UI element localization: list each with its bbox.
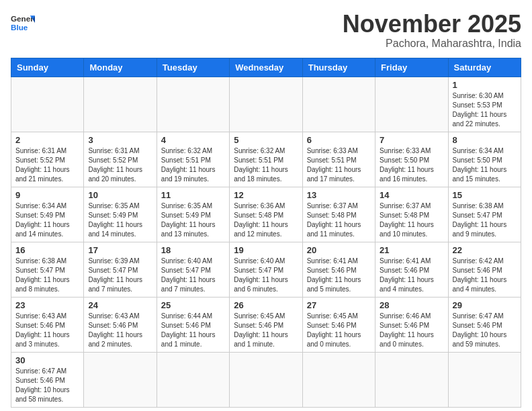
calendar-cell — [302, 77, 375, 132]
day-number: 11 — [161, 190, 225, 200]
title-block: November 2025 Pachora, Maharashtra, Indi… — [343, 11, 521, 50]
day-number: 8 — [453, 135, 517, 145]
calendar-cell — [375, 77, 448, 132]
weekday-row: SundayMondayTuesdayWednesdayThursdayFrid… — [11, 58, 521, 77]
day-number: 7 — [380, 135, 443, 145]
day-info: Sunrise: 6:33 AM Sunset: 5:50 PM Dayligh… — [380, 146, 443, 184]
weekday-header: Wednesday — [230, 58, 302, 77]
day-number: 3 — [88, 135, 152, 145]
calendar-cell: 11Sunrise: 6:35 AM Sunset: 5:49 PM Dayli… — [157, 187, 229, 242]
day-info: Sunrise: 6:32 AM Sunset: 5:51 PM Dayligh… — [161, 146, 225, 184]
weekday-header: Monday — [84, 58, 157, 77]
day-info: Sunrise: 6:47 AM Sunset: 5:46 PM Dayligh… — [15, 367, 79, 404]
month-title: November 2025 — [343, 11, 521, 38]
day-info: Sunrise: 6:45 AM Sunset: 5:46 PM Dayligh… — [307, 312, 371, 349]
day-number: 26 — [234, 300, 298, 310]
calendar-cell: 3Sunrise: 6:31 AM Sunset: 5:52 PM Daylig… — [84, 132, 157, 187]
day-number: 5 — [234, 135, 298, 145]
location: Pachora, Maharashtra, India — [343, 38, 521, 50]
calendar-cell: 9Sunrise: 6:34 AM Sunset: 5:49 PM Daylig… — [11, 187, 84, 242]
day-number: 17 — [88, 245, 152, 255]
weekday-header: Sunday — [11, 58, 84, 77]
day-number: 2 — [15, 135, 79, 145]
day-info: Sunrise: 6:42 AM Sunset: 5:46 PM Dayligh… — [453, 257, 517, 294]
day-number: 21 — [380, 245, 443, 255]
day-number: 4 — [161, 135, 225, 145]
day-number: 30 — [15, 355, 79, 365]
calendar-cell — [448, 352, 521, 407]
day-number: 15 — [453, 190, 517, 200]
calendar-cell: 26Sunrise: 6:45 AM Sunset: 5:46 PM Dayli… — [230, 297, 302, 352]
day-info: Sunrise: 6:35 AM Sunset: 5:49 PM Dayligh… — [88, 201, 152, 239]
calendar-cell: 24Sunrise: 6:43 AM Sunset: 5:46 PM Dayli… — [84, 297, 157, 352]
weekday-header: Saturday — [448, 58, 521, 77]
day-info: Sunrise: 6:35 AM Sunset: 5:49 PM Dayligh… — [161, 201, 225, 239]
calendar-cell — [157, 77, 229, 132]
day-number: 13 — [307, 190, 371, 200]
calendar-body: 1Sunrise: 6:30 AM Sunset: 5:53 PM Daylig… — [11, 77, 521, 407]
calendar-cell: 6Sunrise: 6:33 AM Sunset: 5:51 PM Daylig… — [302, 132, 375, 187]
svg-text:Blue: Blue — [11, 23, 28, 32]
calendar-cell: 23Sunrise: 6:43 AM Sunset: 5:46 PM Dayli… — [11, 297, 84, 352]
day-info: Sunrise: 6:36 AM Sunset: 5:48 PM Dayligh… — [234, 201, 298, 239]
calendar-cell: 10Sunrise: 6:35 AM Sunset: 5:49 PM Dayli… — [84, 187, 157, 242]
day-number: 24 — [88, 300, 152, 310]
calendar-week-row: 9Sunrise: 6:34 AM Sunset: 5:49 PM Daylig… — [11, 187, 521, 242]
calendar-cell: 30Sunrise: 6:47 AM Sunset: 5:46 PM Dayli… — [11, 352, 84, 407]
weekday-header: Thursday — [302, 58, 375, 77]
day-info: Sunrise: 6:31 AM Sunset: 5:52 PM Dayligh… — [88, 146, 152, 184]
calendar-cell — [375, 352, 448, 407]
day-number: 19 — [234, 245, 298, 255]
calendar-cell: 25Sunrise: 6:44 AM Sunset: 5:46 PM Dayli… — [157, 297, 229, 352]
calendar-cell: 22Sunrise: 6:42 AM Sunset: 5:46 PM Dayli… — [448, 242, 521, 297]
calendar-cell: 14Sunrise: 6:37 AM Sunset: 5:48 PM Dayli… — [375, 187, 448, 242]
day-number: 22 — [453, 245, 517, 255]
day-info: Sunrise: 6:41 AM Sunset: 5:46 PM Dayligh… — [307, 257, 371, 294]
day-info: Sunrise: 6:34 AM Sunset: 5:50 PM Dayligh… — [453, 146, 517, 184]
day-number: 14 — [380, 190, 443, 200]
calendar-cell — [230, 352, 302, 407]
calendar-cell — [84, 352, 157, 407]
calendar-cell — [84, 77, 157, 132]
calendar-cell: 21Sunrise: 6:41 AM Sunset: 5:46 PM Dayli… — [375, 242, 448, 297]
svg-text:General: General — [11, 14, 35, 23]
day-info: Sunrise: 6:31 AM Sunset: 5:52 PM Dayligh… — [15, 146, 79, 184]
calendar-cell: 12Sunrise: 6:36 AM Sunset: 5:48 PM Dayli… — [230, 187, 302, 242]
calendar-cell — [157, 352, 229, 407]
day-info: Sunrise: 6:43 AM Sunset: 5:46 PM Dayligh… — [88, 312, 152, 349]
logo-icon: General Blue — [11, 11, 35, 35]
calendar-cell: 20Sunrise: 6:41 AM Sunset: 5:46 PM Dayli… — [302, 242, 375, 297]
day-info: Sunrise: 6:45 AM Sunset: 5:46 PM Dayligh… — [234, 312, 298, 349]
day-info: Sunrise: 6:46 AM Sunset: 5:46 PM Dayligh… — [380, 312, 443, 349]
day-info: Sunrise: 6:32 AM Sunset: 5:51 PM Dayligh… — [234, 146, 298, 184]
calendar-cell: 16Sunrise: 6:38 AM Sunset: 5:47 PM Dayli… — [11, 242, 84, 297]
day-number: 1 — [453, 80, 517, 90]
day-number: 20 — [307, 245, 371, 255]
calendar-cell: 5Sunrise: 6:32 AM Sunset: 5:51 PM Daylig… — [230, 132, 302, 187]
day-number: 10 — [88, 190, 152, 200]
day-info: Sunrise: 6:34 AM Sunset: 5:49 PM Dayligh… — [15, 201, 79, 239]
calendar-cell: 27Sunrise: 6:45 AM Sunset: 5:46 PM Dayli… — [302, 297, 375, 352]
day-info: Sunrise: 6:44 AM Sunset: 5:46 PM Dayligh… — [161, 312, 225, 349]
day-number: 18 — [161, 245, 225, 255]
page-header: General Blue November 2025 Pachora, Maha… — [11, 11, 521, 50]
day-info: Sunrise: 6:37 AM Sunset: 5:48 PM Dayligh… — [380, 201, 443, 239]
calendar-cell: 28Sunrise: 6:46 AM Sunset: 5:46 PM Dayli… — [375, 297, 448, 352]
day-info: Sunrise: 6:47 AM Sunset: 5:46 PM Dayligh… — [453, 312, 517, 349]
calendar-header: SundayMondayTuesdayWednesdayThursdayFrid… — [11, 58, 521, 77]
day-number: 16 — [15, 245, 79, 255]
calendar-week-row: 16Sunrise: 6:38 AM Sunset: 5:47 PM Dayli… — [11, 242, 521, 297]
day-info: Sunrise: 6:33 AM Sunset: 5:51 PM Dayligh… — [307, 146, 371, 184]
day-info: Sunrise: 6:30 AM Sunset: 5:53 PM Dayligh… — [453, 91, 517, 129]
logo: General Blue — [11, 11, 35, 35]
day-number: 29 — [453, 300, 517, 310]
day-info: Sunrise: 6:38 AM Sunset: 5:47 PM Dayligh… — [15, 257, 79, 294]
calendar-cell: 2Sunrise: 6:31 AM Sunset: 5:52 PM Daylig… — [11, 132, 84, 187]
calendar-cell: 8Sunrise: 6:34 AM Sunset: 5:50 PM Daylig… — [448, 132, 521, 187]
day-number: 9 — [15, 190, 79, 200]
calendar-cell: 13Sunrise: 6:37 AM Sunset: 5:48 PM Dayli… — [302, 187, 375, 242]
day-number: 27 — [307, 300, 371, 310]
calendar-cell: 4Sunrise: 6:32 AM Sunset: 5:51 PM Daylig… — [157, 132, 229, 187]
calendar-cell: 15Sunrise: 6:38 AM Sunset: 5:47 PM Dayli… — [448, 187, 521, 242]
weekday-header: Friday — [375, 58, 448, 77]
